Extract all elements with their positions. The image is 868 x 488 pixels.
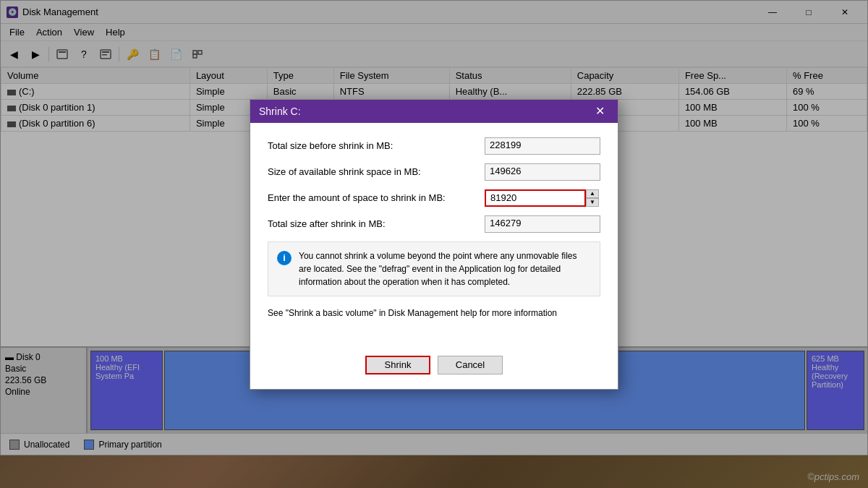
- dialog-row-1: Total size before shrink in MB: 228199: [268, 137, 600, 155]
- modal-overlay: Shrink C: ✕ Total size before shrink in …: [0, 0, 868, 488]
- dialog-close-btn[interactable]: ✕: [590, 102, 609, 121]
- dialog-title: Shrink C:: [259, 106, 590, 117]
- input-container: ▲ ▼: [485, 189, 600, 207]
- spinner-up[interactable]: ▲: [586, 189, 599, 198]
- spinner: ▲ ▼: [586, 189, 599, 207]
- cancel-button[interactable]: Cancel: [438, 356, 503, 374]
- shrink-button[interactable]: Shrink: [365, 356, 430, 374]
- label-avail-space: Size of available shrink space in MB:: [268, 166, 485, 177]
- value-total-before: 228199: [485, 137, 600, 155]
- info-icon: i: [277, 251, 292, 265]
- dialog-title-bar: Shrink C: ✕: [250, 100, 618, 123]
- dialog-row-4: Total size after shrink in MB: 146279: [268, 215, 600, 233]
- spinner-down[interactable]: ▼: [586, 198, 599, 207]
- dialog-footer: Shrink Cancel: [250, 347, 618, 389]
- help-link: See "Shrink a basic volume" in Disk Mana…: [268, 308, 600, 318]
- dialog-row-2: Size of available shrink space in MB: 14…: [268, 163, 600, 181]
- dialog-row-3: Enter the amount of space to shrink in M…: [268, 189, 600, 207]
- info-text: You cannot shrink a volume beyond the po…: [299, 249, 591, 288]
- label-total-before: Total size before shrink in MB:: [268, 140, 485, 151]
- shrink-amount-input[interactable]: [485, 189, 586, 207]
- shrink-dialog: Shrink C: ✕ Total size before shrink in …: [250, 99, 618, 390]
- label-amount-shrink: Enter the amount of space to shrink in M…: [268, 192, 485, 203]
- dialog-body: Total size before shrink in MB: 228199 S…: [250, 123, 618, 347]
- label-total-after: Total size after shrink in MB:: [268, 218, 485, 229]
- value-avail-space: 149626: [485, 163, 600, 181]
- value-total-after: 146279: [485, 215, 600, 233]
- info-box: i You cannot shrink a volume beyond the …: [268, 241, 600, 296]
